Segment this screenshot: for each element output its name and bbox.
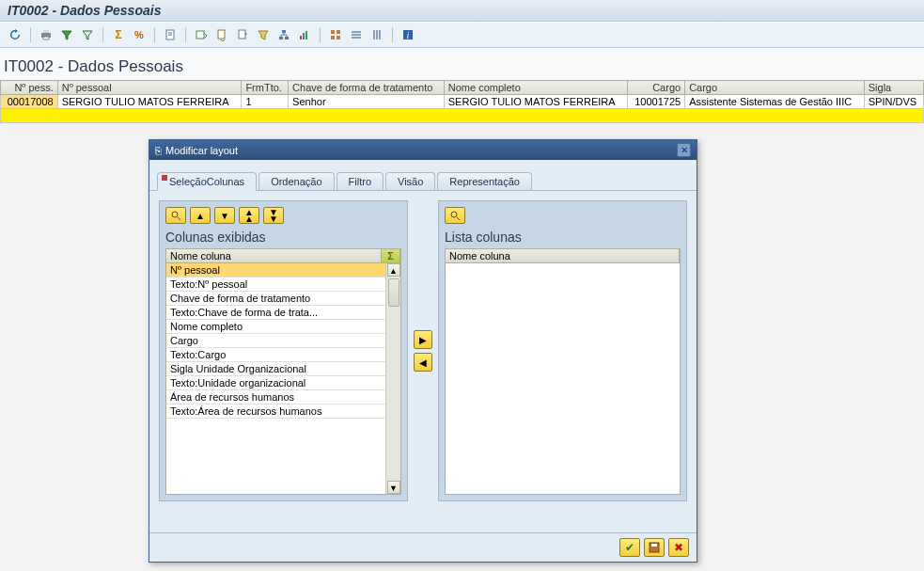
svg-rect-26 [373,30,375,40]
col-frmtto[interactable]: FrmTto. [242,81,289,95]
cell-chave: Senhor [289,95,445,109]
right-grid-header: Nome coluna [445,248,681,263]
table-row[interactable]: 00017008 SERGIO TULIO MATOS FERREIRA 1 S… [1,95,924,109]
cancel-button[interactable]: ✖ [668,538,689,557]
svg-rect-24 [352,34,361,36]
svg-rect-6 [196,31,204,39]
cell-np-pessoal: SERGIO TULIO MATOS FERREIRA [57,95,242,109]
svg-rect-21 [331,36,335,40]
list-item[interactable]: Nº pessoal [166,263,385,278]
print-icon[interactable] [37,25,55,44]
tab-selecao-colunas[interactable]: SeleçãoColunas [157,172,257,191]
chart-icon[interactable] [295,25,314,44]
svg-rect-8 [239,30,245,39]
list-item[interactable]: Chave de forma de tratamento [166,292,385,306]
filter-table-icon[interactable] [254,25,273,44]
find-icon[interactable] [445,207,465,224]
tab-visao[interactable]: Visão [385,172,435,190]
cell-cargo-code: 10001725 [628,95,685,109]
left-scrollbar[interactable]: ▲ ▼ [385,263,400,494]
tab-representacao[interactable]: Representação [437,172,532,190]
col-sigla[interactable]: Sigla [864,81,923,95]
col-nome[interactable]: Nome completo [444,81,628,95]
list-item[interactable]: Sigla Unidade Organizacional [166,362,385,376]
col-cargo-desc[interactable]: Cargo [685,81,865,95]
transfer-buttons: ▶ ◀ [414,200,432,501]
scroll-up-icon[interactable]: ▲ [387,263,400,277]
right-col-header[interactable]: Nome coluna [446,249,680,262]
list-item[interactable]: Texto:Chave de forma de trata... [166,306,385,320]
svg-text:i: i [407,30,410,40]
refresh-icon[interactable] [6,25,24,44]
export-icon[interactable] [192,25,211,44]
tab-body: ▲ ▼ ▲▲ ▼▼ Colunas exibidas Nome coluna Σ… [149,191,697,511]
list-item[interactable]: Área de recursos humanos [166,390,385,404]
table-header-row: Nº pess. Nº pessoal FrmTto. Chave de for… [1,81,924,95]
sum-icon[interactable]: Σ [109,25,128,44]
dialog-footer: ✔ ✖ [149,532,697,562]
svg-rect-28 [379,30,381,40]
svg-rect-9 [282,30,286,33]
scroll-thumb[interactable] [388,278,399,307]
remove-column-icon[interactable]: ◀ [414,353,432,372]
svg-rect-10 [279,37,283,40]
grid-icon[interactable] [326,25,345,44]
tabstrip: SeleçãoColunas Ordenação Filtro Visão Re… [149,160,697,191]
tab-filtro[interactable]: Filtro [337,172,384,190]
svg-rect-17 [303,33,305,40]
left-col-header[interactable]: Nome coluna [166,249,382,262]
list-item[interactable]: Nome completo [166,320,385,334]
svg-rect-23 [352,31,361,33]
col-chave[interactable]: Chave de forma de tratamento [289,81,445,95]
col-cargo-code[interactable]: Cargo [628,81,685,95]
close-button[interactable]: ✕ [677,143,691,157]
toolbar-separator [102,27,103,42]
displayed-columns-title: Colunas exibidas [165,230,401,245]
list-item[interactable]: Texto:Nº pessoal [166,278,385,292]
dialog-icon: ⎘ [155,145,162,156]
list-item[interactable]: Texto:Cargo [166,348,385,362]
toolbar-separator [320,27,321,42]
toolbar-separator [185,27,186,42]
col-pess-no[interactable]: Nº pess. [1,81,58,95]
dialog-titlebar[interactable]: ⎘ Modificar layout ✕ [149,140,697,160]
col-np-pessoal[interactable]: Nº pessoal [57,81,242,95]
list-item[interactable]: Cargo [166,334,385,348]
toolbar-separator [154,27,155,42]
cell-pess-no: 00017008 [1,95,58,109]
yellow-highlight-row [1,109,924,123]
svg-rect-16 [300,36,302,40]
sum-col-header[interactable]: Σ [382,249,400,262]
percent-icon[interactable]: % [130,25,149,44]
svg-rect-27 [376,30,378,40]
file-export-icon[interactable] [233,25,252,44]
toolbar-separator [392,27,393,42]
move-up-icon[interactable]: ▲ [190,207,211,224]
hierarchy-icon[interactable] [274,25,293,44]
svg-rect-2 [43,37,49,40]
move-top-icon[interactable]: ▲▲ [239,207,259,224]
move-down-icon[interactable]: ▼ [214,207,235,224]
info-icon[interactable]: i [399,25,417,44]
layout-columns-icon[interactable] [368,25,386,44]
filter-icon[interactable] [78,25,97,44]
find-icon[interactable] [165,207,186,224]
tab-ordenacao[interactable]: Ordenação [258,172,334,190]
column-list-title: Lista colunas [445,230,681,245]
document-icon[interactable] [161,25,180,44]
add-column-icon[interactable]: ▶ [414,330,432,349]
layout-bars-icon[interactable] [347,25,366,44]
file-arrow-icon[interactable] [212,25,231,44]
page-title-text: IT0002 - Dados Pessoais [4,57,183,75]
right-panel-toolbar [445,207,681,224]
filter-down-icon[interactable] [57,25,76,44]
cell-sigla: SPIN/DVS [864,95,923,109]
list-item[interactable]: Texto:Unidade organizacional [166,376,385,390]
list-item[interactable]: Texto:Área de recursos humanos [166,404,385,419]
scroll-down-icon[interactable]: ▼ [387,481,400,494]
confirm-button[interactable]: ✔ [619,538,640,557]
save-button[interactable] [644,538,665,557]
svg-rect-18 [305,31,307,40]
move-bottom-icon[interactable]: ▼▼ [263,207,284,224]
window-title: IT0002 - Dados Pessoais [0,0,924,22]
